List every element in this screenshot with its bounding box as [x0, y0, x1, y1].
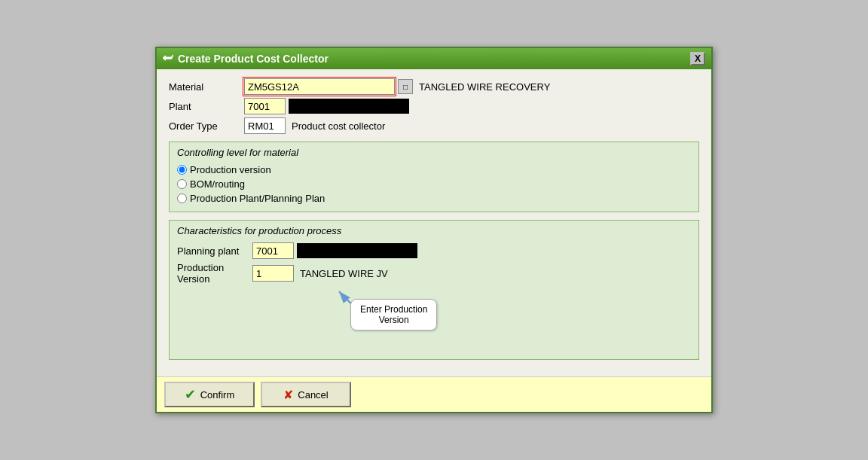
title-bar: ⮨ Create Product Cost Collector X: [157, 48, 711, 69]
dialog-title: Create Product Cost Collector: [178, 53, 329, 65]
radio-bom-routing: BOM/routing: [177, 178, 691, 190]
title-left: ⮨ Create Product Cost Collector: [163, 53, 329, 65]
order-type-description: Product cost collector: [292, 120, 385, 132]
chars-panel: Characteristics for production process P…: [169, 220, 699, 360]
production-version-row: Production Version TANGLED WIRE JV: [177, 262, 691, 285]
production-version-input[interactable]: [252, 265, 294, 282]
material-field-group: □ TANGLED WIRE RECOVERY: [244, 78, 550, 95]
dialog-window: ⮨ Create Product Cost Collector X Materi…: [155, 47, 713, 413]
controlling-panel: Controlling level for material Productio…: [169, 142, 699, 212]
planning-plant-row: Planning plant: [177, 242, 691, 259]
controlling-radio-group: Production version BOM/routing Productio…: [177, 164, 691, 204]
production-version-label: Production Version: [177, 262, 252, 285]
planning-plant-field-group: [252, 242, 417, 259]
order-type-label: Order Type: [169, 120, 244, 132]
top-form: Material □ TANGLED WIRE RECOVERY Plant O…: [169, 78, 699, 134]
radio-bom-routing-label: BOM/routing: [190, 178, 245, 190]
radio-production-plant-input[interactable]: [177, 193, 187, 203]
planning-plant-name-block: [297, 243, 417, 258]
footer-bar: ✔ Confirm ✘ Cancel: [157, 376, 711, 412]
plant-row: Plant: [169, 98, 699, 114]
planning-plant-input[interactable]: [252, 242, 294, 259]
order-type-value: RM01: [244, 117, 286, 134]
plant-field-group: [244, 98, 409, 114]
plant-label: Plant: [169, 101, 244, 112]
material-row: Material □ TANGLED WIRE RECOVERY: [169, 78, 699, 95]
radio-production-version: Production version: [177, 164, 691, 175]
confirm-button[interactable]: ✔ Confirm: [164, 382, 255, 407]
cancel-label: Cancel: [298, 389, 328, 401]
material-label: Material: [169, 81, 244, 93]
cancel-icon: ✘: [283, 388, 293, 402]
dialog-icon: ⮨: [163, 53, 173, 65]
radio-production-plant: Production Plant/Planning Plan: [177, 193, 691, 204]
order-type-row: Order Type RM01 Product cost collector: [169, 117, 699, 134]
radio-production-version-label: Production version: [190, 164, 271, 175]
planning-plant-label: Planning plant: [177, 245, 252, 257]
confirm-label: Confirm: [200, 389, 235, 401]
production-version-field-group: TANGLED WIRE JV: [252, 265, 388, 282]
tooltip-text: Enter ProductionVersion: [360, 304, 427, 325]
radio-production-plant-label: Production Plant/Planning Plan: [190, 193, 325, 204]
radio-bom-routing-input[interactable]: [177, 179, 187, 189]
confirm-icon: ✔: [185, 386, 196, 403]
tooltip-area: Enter ProductionVersion: [177, 288, 691, 329]
radio-production-version-input[interactable]: [177, 165, 187, 175]
chars-panel-title: Characteristics for production process: [177, 225, 691, 236]
tooltip-bubble: Enter ProductionVersion: [350, 299, 437, 331]
plant-input[interactable]: [244, 98, 286, 114]
material-input[interactable]: [244, 78, 395, 95]
material-browse-button[interactable]: □: [398, 79, 413, 94]
order-type-field-group: RM01 Product cost collector: [244, 117, 385, 134]
production-version-description: TANGLED WIRE JV: [300, 268, 388, 279]
close-button[interactable]: X: [690, 52, 705, 65]
dialog-body: Material □ TANGLED WIRE RECOVERY Plant O…: [157, 69, 711, 376]
cancel-button[interactable]: ✘ Cancel: [261, 382, 351, 407]
material-description: TANGLED WIRE RECOVERY: [419, 81, 550, 93]
controlling-panel-title: Controlling level for material: [177, 147, 691, 158]
plant-name-block: [289, 99, 409, 114]
